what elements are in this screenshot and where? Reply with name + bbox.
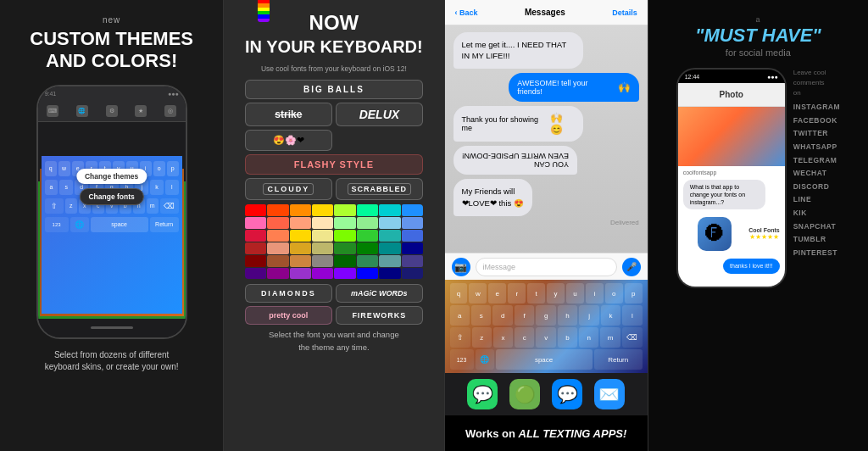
color-cell[interactable] bbox=[334, 217, 355, 229]
color-cell[interactable] bbox=[402, 230, 423, 242]
key-q2[interactable]: q bbox=[45, 161, 57, 176]
kp3-e[interactable]: e bbox=[488, 283, 506, 303]
space-key[interactable]: space bbox=[91, 217, 148, 232]
key-o2[interactable]: o bbox=[153, 161, 165, 176]
chip-scrabbled[interactable]: SCRABBLED bbox=[336, 178, 423, 200]
key-p2[interactable]: p bbox=[167, 161, 179, 176]
color-cell[interactable] bbox=[312, 217, 333, 229]
chip-big-balls[interactable]: BIG BALLS bbox=[245, 80, 423, 99]
camera-button[interactable]: 📷 bbox=[452, 258, 470, 276]
color-cell[interactable] bbox=[290, 268, 311, 280]
color-cell[interactable] bbox=[312, 268, 333, 280]
chip-delux[interactable]: DELUX bbox=[336, 103, 423, 126]
chip-cloudy[interactable]: CLOUDY bbox=[245, 178, 332, 200]
key-s2[interactable]: s bbox=[59, 180, 73, 195]
kp3-space[interactable]: space bbox=[496, 349, 593, 370]
kp3-r[interactable]: r bbox=[508, 283, 526, 303]
color-cell[interactable] bbox=[379, 255, 400, 267]
color-cell[interactable] bbox=[334, 230, 355, 242]
num-key[interactable]: 123 bbox=[45, 217, 69, 232]
kik-icon[interactable]: 🟢 bbox=[509, 379, 540, 409]
key-k2[interactable]: k bbox=[150, 180, 164, 195]
kp3-v[interactable]: v bbox=[536, 327, 555, 348]
shift-key[interactable]: ⇧ bbox=[45, 198, 64, 214]
messenger-icon[interactable]: 💬 bbox=[552, 379, 582, 409]
color-cell[interactable] bbox=[334, 242, 355, 254]
kp3-b[interactable]: b bbox=[558, 327, 577, 348]
kp3-g[interactable]: g bbox=[536, 305, 555, 326]
kp3-o[interactable]: o bbox=[605, 283, 623, 303]
color-cell[interactable] bbox=[245, 255, 266, 267]
chip-fireworks[interactable]: FIREWORKS bbox=[336, 306, 423, 325]
color-cell[interactable] bbox=[290, 230, 311, 242]
color-cell[interactable] bbox=[290, 204, 311, 216]
kp3-h[interactable]: h bbox=[558, 305, 577, 326]
color-cell[interactable] bbox=[334, 255, 355, 267]
details-button[interactable]: Details bbox=[612, 8, 637, 17]
color-cell[interactable] bbox=[379, 268, 400, 280]
color-cell[interactable] bbox=[290, 242, 311, 254]
key-m[interactable]: m bbox=[147, 198, 159, 214]
chip-emoji[interactable]: 😍🌸❤ bbox=[245, 130, 332, 151]
color-cell[interactable] bbox=[267, 268, 288, 280]
chip-strike[interactable]: strike bbox=[245, 103, 332, 126]
key-w2[interactable]: w bbox=[58, 161, 70, 176]
change-themes-button[interactable]: Change themes bbox=[76, 169, 147, 184]
kp3-p[interactable]: p bbox=[625, 283, 643, 303]
color-cell[interactable] bbox=[379, 230, 400, 242]
color-cell[interactable] bbox=[245, 230, 266, 242]
kp3-q[interactable]: q bbox=[450, 283, 468, 303]
kp3-x[interactable]: x bbox=[493, 327, 513, 348]
message-input[interactable]: iMessage bbox=[476, 258, 617, 276]
kp3-s[interactable]: s bbox=[471, 305, 491, 326]
kp3-w[interactable]: w bbox=[469, 283, 487, 303]
kp3-globe[interactable]: 🌐 bbox=[476, 349, 494, 370]
kp3-t[interactable]: t bbox=[527, 283, 545, 303]
color-cell[interactable] bbox=[402, 204, 423, 216]
color-cell[interactable] bbox=[402, 242, 423, 254]
color-cell[interactable] bbox=[312, 255, 333, 267]
color-cell[interactable] bbox=[357, 217, 378, 229]
kp3-shift[interactable]: ⇧ bbox=[450, 327, 470, 348]
kp3-123[interactable]: 123 bbox=[450, 349, 474, 370]
kp3-a[interactable]: a bbox=[450, 305, 470, 326]
kp3-z[interactable]: z bbox=[472, 327, 492, 348]
color-cell[interactable] bbox=[357, 242, 378, 254]
key-l2[interactable]: l bbox=[165, 180, 179, 195]
color-cell[interactable] bbox=[312, 242, 333, 254]
color-cell[interactable] bbox=[290, 217, 311, 229]
kp3-k[interactable]: k bbox=[601, 305, 620, 326]
kp3-i[interactable]: i bbox=[586, 283, 604, 303]
color-cell[interactable] bbox=[267, 217, 288, 229]
kp3-u[interactable]: u bbox=[566, 283, 584, 303]
color-cell[interactable] bbox=[402, 268, 423, 280]
color-cell[interactable] bbox=[245, 204, 266, 216]
color-cell[interactable] bbox=[267, 255, 288, 267]
kp3-return[interactable]: Return bbox=[594, 349, 643, 370]
color-cell[interactable] bbox=[334, 204, 355, 216]
kp3-y[interactable]: y bbox=[547, 283, 565, 303]
color-cell[interactable] bbox=[357, 204, 378, 216]
mail-icon[interactable]: ✉️ bbox=[594, 379, 625, 409]
kp3-l[interactable]: l bbox=[622, 305, 642, 326]
color-cell[interactable] bbox=[357, 230, 378, 242]
kp3-del[interactable]: ⌫ bbox=[622, 327, 643, 348]
kp3-c[interactable]: c bbox=[515, 327, 534, 348]
chip-flashy[interactable]: FLASHY STYLE bbox=[245, 154, 423, 175]
color-cell[interactable] bbox=[334, 268, 355, 280]
delete-key[interactable]: ⌫ bbox=[160, 198, 179, 214]
color-cell[interactable] bbox=[357, 268, 378, 280]
chip-diamonds[interactable]: DIAMONDS bbox=[245, 284, 332, 303]
kp3-f[interactable]: f bbox=[515, 305, 534, 326]
color-cell[interactable] bbox=[312, 230, 333, 242]
chip-magic-words[interactable]: mAGiC WORDs bbox=[336, 284, 423, 303]
kp3-m[interactable]: m bbox=[600, 327, 620, 348]
color-cell[interactable] bbox=[402, 217, 423, 229]
globe-key[interactable]: 🌐 bbox=[70, 217, 89, 232]
mic-button[interactable]: 🎤 bbox=[622, 258, 641, 276]
color-cell[interactable] bbox=[245, 242, 266, 254]
color-cell[interactable] bbox=[357, 255, 378, 267]
back-button[interactable]: ‹ Back bbox=[455, 8, 478, 17]
change-fonts-button[interactable]: Change fonts bbox=[79, 188, 143, 205]
chip-pretty-cool[interactable]: pretty cool bbox=[245, 306, 332, 325]
